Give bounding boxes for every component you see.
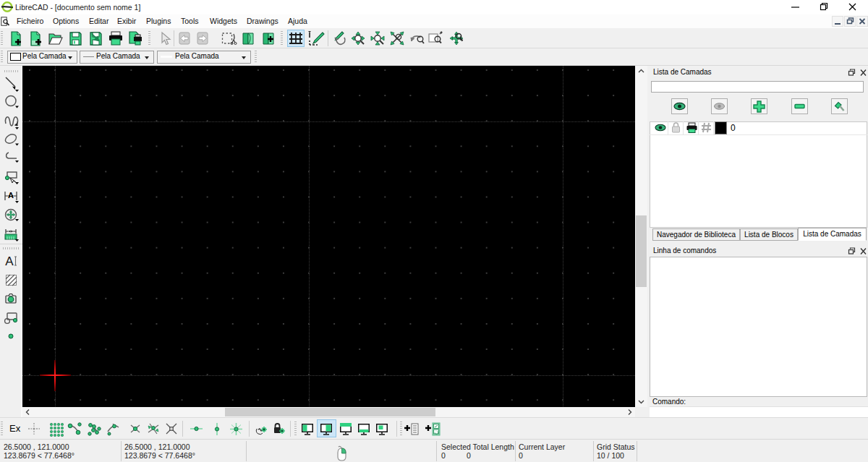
svg-text:A: A xyxy=(8,191,14,200)
svg-text:A: A xyxy=(5,254,14,268)
